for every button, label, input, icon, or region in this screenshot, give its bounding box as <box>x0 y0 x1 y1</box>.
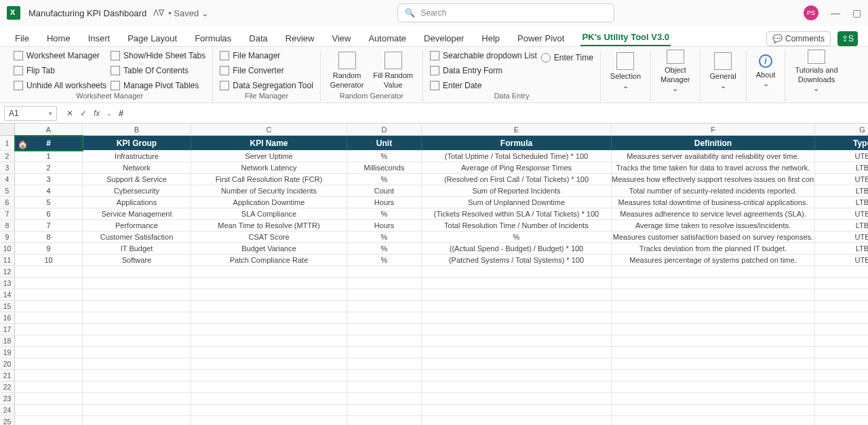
cell[interactable] <box>15 266 83 278</box>
cell[interactable]: (Resolved on First Call / Total Tickets)… <box>422 174 612 185</box>
cell[interactable] <box>612 301 815 312</box>
selection-button[interactable]: Selection⌄ <box>608 50 644 93</box>
cell[interactable] <box>191 416 347 425</box>
cell[interactable]: UTB <box>815 208 868 220</box>
cell[interactable]: % <box>347 208 422 220</box>
col-header[interactable]: G <box>815 124 868 136</box>
share-button[interactable]: ⇪S <box>837 31 858 46</box>
object-manager-button[interactable]: Object Manager⌄ <box>658 50 692 93</box>
cell[interactable] <box>83 278 191 289</box>
cell[interactable]: Average time taken to resolve issues/inc… <box>612 220 815 232</box>
fill-random-button[interactable]: Fill Random Value <box>370 50 416 92</box>
cell[interactable] <box>15 301 83 312</box>
cell[interactable]: (Tickets Resolved within SLA / Total Tic… <box>422 208 612 220</box>
cell[interactable]: 7 <box>15 220 83 232</box>
cell[interactable] <box>15 335 83 347</box>
cell[interactable]: Formula <box>422 136 612 151</box>
searchable-dropdown-button[interactable]: Searchable dropdown List <box>430 50 537 62</box>
cell[interactable]: 5 <box>15 197 83 208</box>
cell[interactable] <box>83 312 191 324</box>
cell[interactable] <box>612 335 815 347</box>
cell[interactable]: 8 <box>15 232 83 243</box>
row-header[interactable]: 19 <box>0 347 15 358</box>
cell[interactable] <box>612 370 815 382</box>
cell[interactable] <box>422 266 612 278</box>
cell[interactable]: UTB <box>815 255 868 266</box>
cell[interactable] <box>15 358 83 370</box>
cell[interactable]: % <box>347 174 422 185</box>
cell[interactable] <box>191 266 347 278</box>
cell[interactable] <box>612 278 815 289</box>
cell[interactable] <box>422 347 612 358</box>
col-header[interactable]: A <box>15 124 83 136</box>
cell[interactable]: Network <box>83 162 191 174</box>
cell[interactable] <box>83 370 191 382</box>
row-header[interactable]: 14 <box>0 289 15 301</box>
cell[interactable] <box>347 358 422 370</box>
avatar[interactable]: PS <box>804 5 818 20</box>
select-all-corner[interactable] <box>0 124 15 136</box>
cell[interactable]: LTB <box>815 185 868 197</box>
cell[interactable] <box>15 416 83 425</box>
cell[interactable]: Service Management <box>83 208 191 220</box>
cell[interactable] <box>422 289 612 301</box>
cell[interactable]: Tracks the time taken for data to travel… <box>612 162 815 174</box>
tab-developer[interactable]: Developer <box>422 31 465 46</box>
cell[interactable] <box>191 370 347 382</box>
cell[interactable] <box>815 416 868 425</box>
cell[interactable] <box>83 301 191 312</box>
cell[interactable] <box>347 393 422 405</box>
cell[interactable] <box>15 312 83 324</box>
cell[interactable] <box>83 335 191 347</box>
row-header[interactable]: 18 <box>0 335 15 347</box>
cell[interactable] <box>612 393 815 405</box>
cell[interactable]: 6 <box>15 208 83 220</box>
cell[interactable]: Mean Time to Resolve (MTTR) <box>191 220 347 232</box>
row-header[interactable]: 16 <box>0 312 15 324</box>
row-header[interactable]: 12 <box>0 266 15 278</box>
tab-view[interactable]: View <box>330 31 352 46</box>
cell[interactable] <box>83 358 191 370</box>
tutorials-button[interactable]: Tutorials and Downloads⌄ <box>792 50 840 93</box>
name-box[interactable]: A1▾ <box>4 106 57 121</box>
cell[interactable]: (Total Uptime / Total Scheduled Time) * … <box>422 151 612 162</box>
cell[interactable] <box>422 416 612 425</box>
col-header[interactable]: D <box>347 124 422 136</box>
col-header[interactable]: C <box>191 124 347 136</box>
cell[interactable]: Total Resolution Time / Number of Incide… <box>422 220 612 232</box>
cell[interactable] <box>612 312 815 324</box>
cell[interactable]: 2 <box>15 162 83 174</box>
enter-time-button[interactable]: Enter Time <box>541 52 593 64</box>
data-entry-form-button[interactable]: Data Entry Form <box>430 64 537 77</box>
cell[interactable] <box>422 382 612 393</box>
cell[interactable] <box>347 347 422 358</box>
cell[interactable]: Application Downtime <box>191 197 347 208</box>
general-button[interactable]: General⌄ <box>707 50 739 93</box>
cell[interactable] <box>815 266 868 278</box>
cell[interactable] <box>83 266 191 278</box>
cell[interactable]: Sum of Unplanned Downtime <box>422 197 612 208</box>
cell[interactable]: (Patched Systems / Total Systems) * 100 <box>422 255 612 266</box>
cell[interactable] <box>15 382 83 393</box>
cell[interactable]: 3 <box>15 174 83 185</box>
cell[interactable]: SLA Compliance <box>191 208 347 220</box>
cell[interactable]: IT Budget <box>83 243 191 255</box>
row-header[interactable]: 7 <box>0 208 15 220</box>
enter-icon[interactable]: ✓ <box>80 109 87 118</box>
row-header[interactable]: 24 <box>0 405 15 416</box>
cell[interactable] <box>83 382 191 393</box>
tab-help[interactable]: Help <box>480 31 501 46</box>
tab-page-layout[interactable]: Page Layout <box>126 31 178 46</box>
cell[interactable] <box>815 335 868 347</box>
cell[interactable]: Type <box>815 136 868 151</box>
row-header[interactable]: 2 <box>0 151 15 162</box>
cell[interactable] <box>422 393 612 405</box>
cell[interactable] <box>347 405 422 416</box>
row-header[interactable]: 5 <box>0 185 15 197</box>
cell[interactable]: Server Uptime <box>191 151 347 162</box>
tab-file[interactable]: File <box>14 31 31 46</box>
cell[interactable] <box>191 301 347 312</box>
manage-pivot-button[interactable]: Manage Pivot Tables <box>111 79 205 92</box>
cell[interactable] <box>15 370 83 382</box>
access-icon[interactable]: ᐱᐁ <box>153 8 164 18</box>
